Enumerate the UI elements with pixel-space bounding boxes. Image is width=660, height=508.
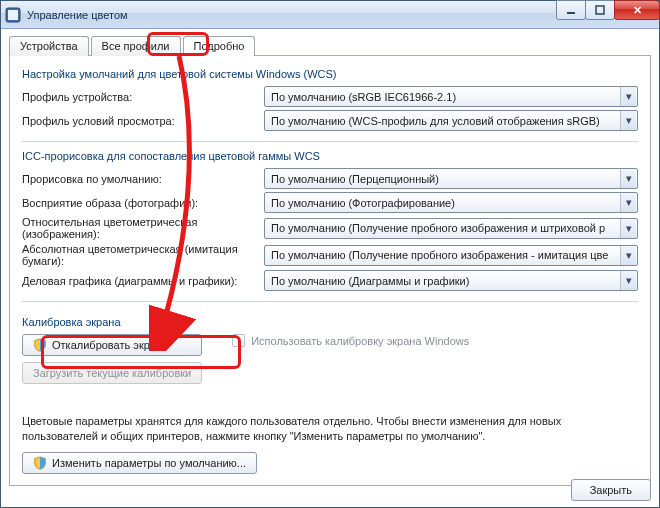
svg-rect-2 (567, 12, 575, 14)
combo-value: По умолчанию (sRGB IEC61966-2.1) (271, 91, 620, 103)
change-defaults-button[interactable]: Изменить параметры по умолчанию... (22, 452, 257, 474)
app-icon (5, 7, 21, 23)
relative-colorimetric-label: Относительная цветометрическая (изображе… (22, 216, 264, 240)
chevron-down-icon: ▾ (620, 246, 636, 265)
viewing-conditions-label: Профиль условий просмотра: (22, 115, 264, 127)
perceptual-label: Восприятие образа (фотографии): (22, 197, 264, 209)
calibrate-display-button[interactable]: Откалибровать экран (22, 334, 202, 356)
calibration-heading: Калибровка экрана (22, 316, 638, 328)
device-profile-label: Профиль устройства: (22, 91, 264, 103)
tab-advanced[interactable]: Подробно (183, 36, 256, 56)
business-graphics-combo[interactable]: По умолчанию (Диаграммы и графики) ▾ (264, 270, 638, 291)
svg-rect-1 (8, 10, 18, 20)
button-label: Изменить параметры по умолчанию... (52, 457, 246, 469)
perceptual-combo[interactable]: По умолчанию (Фотографирование) ▾ (264, 192, 638, 213)
icc-heading: ICC-прорисовка для сопоставления цветово… (22, 150, 638, 162)
combo-value: По умолчанию (Получение пробного изображ… (271, 222, 620, 234)
close-window-button[interactable]: ✕ (614, 0, 660, 20)
absolute-colorimetric-combo[interactable]: По умолчанию (Получение пробного изображ… (264, 245, 638, 266)
reload-calibrations-button[interactable]: Загрузить текущие калибровки (22, 362, 202, 384)
chevron-down-icon: ▾ (620, 169, 636, 188)
wcs-heading: Настройка умолчаний для цветовой системы… (22, 68, 638, 80)
window-title: Управление цветом (27, 9, 128, 21)
combo-value: По умолчанию (Фотографирование) (271, 197, 620, 209)
titlebar[interactable]: Управление цветом ✕ (1, 1, 659, 29)
chevron-down-icon: ▾ (620, 111, 636, 130)
combo-value: По умолчанию (Перцепционный) (271, 173, 620, 185)
tab-all-profiles[interactable]: Все профили (91, 36, 181, 56)
checkbox-label: Использовать калибровку экрана Windows (251, 335, 469, 347)
use-windows-calibration-checkbox[interactable]: Использовать калибровку экрана Windows (232, 334, 469, 347)
tab-label: Устройства (20, 40, 78, 52)
device-profile-combo[interactable]: По умолчанию (sRGB IEC61966-2.1) ▾ (264, 86, 638, 107)
svg-rect-3 (596, 6, 604, 14)
chevron-down-icon: ▾ (620, 219, 636, 238)
color-management-window: Управление цветом ✕ Устройства Все профи… (0, 0, 660, 508)
divider (22, 301, 638, 302)
defaults-note: Цветовые параметры хранятся для каждого … (22, 414, 638, 444)
combo-value: По умолчанию (WCS-профиль для условий от… (271, 115, 620, 127)
chevron-down-icon: ▾ (620, 87, 636, 106)
button-label: Откалибровать экран (52, 339, 162, 351)
absolute-colorimetric-label: Абсолютная цветометрическая (имитация бу… (22, 243, 264, 267)
maximize-button[interactable] (585, 0, 615, 20)
combo-value: По умолчанию (Получение пробного изображ… (271, 249, 620, 261)
tab-devices[interactable]: Устройства (9, 36, 89, 56)
combo-value: По умолчанию (Диаграммы и графики) (271, 275, 620, 287)
business-graphics-label: Деловая графика (диаграммы и графики): (22, 275, 264, 287)
close-button[interactable]: Закрыть (571, 479, 651, 501)
chevron-down-icon: ▾ (620, 271, 636, 290)
shield-icon (33, 456, 47, 470)
chevron-down-icon: ▾ (620, 193, 636, 212)
button-label: Закрыть (590, 484, 632, 496)
tab-strip: Устройства Все профили Подробно (9, 35, 651, 56)
button-label: Загрузить текущие калибровки (33, 367, 191, 379)
shield-icon (33, 338, 47, 352)
tab-panel-advanced: Настройка умолчаний для цветовой системы… (9, 56, 651, 486)
tab-label: Подробно (194, 40, 245, 52)
default-intent-combo[interactable]: По умолчанию (Перцепционный) ▾ (264, 168, 638, 189)
checkbox-box (232, 334, 245, 347)
tab-label: Все профили (102, 40, 170, 52)
viewing-conditions-combo[interactable]: По умолчанию (WCS-профиль для условий от… (264, 110, 638, 131)
default-intent-label: Прорисовка по умолчанию: (22, 173, 264, 185)
minimize-button[interactable] (556, 0, 586, 20)
relative-colorimetric-combo[interactable]: По умолчанию (Получение пробного изображ… (264, 218, 638, 239)
divider (22, 141, 638, 142)
